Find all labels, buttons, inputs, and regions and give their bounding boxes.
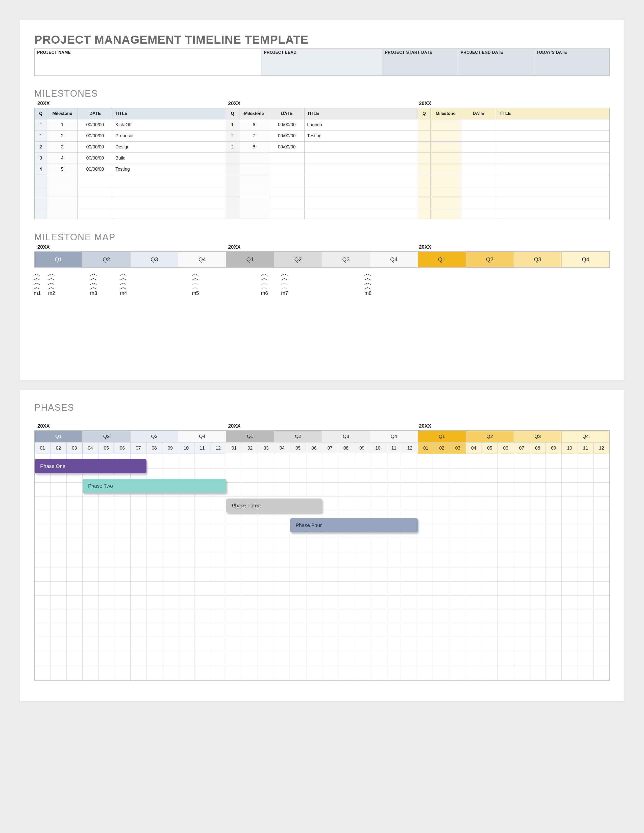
grid-cell[interactable] — [578, 624, 594, 638]
grid-cell[interactable] — [290, 454, 306, 468]
grid-cell[interactable] — [514, 582, 530, 595]
grid-cell[interactable] — [514, 468, 530, 482]
grid-cell[interactable] — [530, 553, 546, 567]
grid-cell[interactable] — [418, 596, 434, 609]
grid-cell[interactable] — [450, 511, 466, 525]
grid-cell[interactable] — [434, 596, 450, 609]
grid-cell[interactable] — [498, 553, 514, 567]
grid-cell[interactable] — [242, 553, 258, 567]
grid-cell[interactable] — [290, 596, 306, 609]
grid-cell[interactable] — [322, 553, 338, 567]
cell-q[interactable] — [35, 186, 47, 197]
grid-cell[interactable] — [546, 454, 562, 468]
cell-title[interactable] — [496, 186, 609, 197]
grid-cell[interactable] — [338, 624, 354, 638]
milestone-row[interactable] — [35, 208, 226, 219]
grid-cell[interactable] — [98, 539, 114, 553]
grid-cell[interactable] — [354, 638, 370, 652]
grid-cell[interactable] — [35, 511, 50, 525]
cell-date[interactable] — [77, 186, 113, 197]
grid-cell[interactable] — [114, 624, 130, 638]
grid-cell[interactable] — [35, 568, 50, 581]
input-today[interactable] — [534, 55, 609, 76]
grid-cell[interactable] — [82, 624, 98, 638]
grid-cell[interactable] — [530, 666, 546, 680]
grid-cell[interactable] — [386, 666, 402, 680]
cell-milestone[interactable]: 4 — [47, 153, 77, 164]
grid-cell[interactable] — [163, 582, 178, 595]
grid-cell[interactable] — [578, 454, 594, 468]
grid-cell[interactable] — [226, 482, 242, 497]
grid-cell[interactable] — [98, 553, 114, 567]
grid-cell[interactable] — [418, 511, 434, 525]
grid-cell[interactable] — [306, 624, 322, 638]
cell-date[interactable]: 00/00/00 — [77, 119, 113, 130]
cell-title[interactable] — [304, 142, 418, 153]
grid-cell[interactable] — [274, 638, 290, 652]
grid-cell[interactable] — [386, 482, 402, 497]
grid-cell[interactable] — [130, 568, 147, 581]
grid-cell[interactable] — [338, 454, 354, 468]
grid-cell[interactable] — [226, 525, 242, 539]
grid-cell[interactable] — [482, 610, 498, 624]
grid-cell[interactable] — [498, 624, 514, 638]
milestone-row[interactable]: 1100/00/00Kick-Off — [35, 119, 226, 130]
cell-title[interactable] — [113, 208, 226, 219]
grid-cell[interactable] — [562, 666, 578, 680]
grid-cell[interactable] — [498, 525, 514, 539]
grid-cell[interactable] — [130, 582, 147, 595]
grid-cell[interactable] — [466, 582, 482, 595]
cell-milestone[interactable] — [47, 175, 77, 186]
grid-cell[interactable] — [578, 610, 594, 624]
grid-cell[interactable] — [354, 610, 370, 624]
grid-cell[interactable] — [82, 638, 98, 652]
grid-cell[interactable] — [370, 497, 386, 511]
grid-cell[interactable] — [290, 652, 306, 666]
grid-cell[interactable] — [163, 666, 178, 680]
cell-date[interactable] — [269, 153, 304, 164]
grid-cell[interactable] — [274, 652, 290, 666]
grid-cell[interactable] — [258, 624, 274, 638]
cell-q[interactable] — [226, 197, 239, 208]
cell-milestone[interactable] — [239, 186, 269, 197]
cell-title[interactable] — [113, 175, 226, 186]
grid-cell[interactable] — [322, 666, 338, 680]
milestone-row[interactable] — [418, 164, 609, 175]
grid-cell[interactable] — [322, 539, 338, 553]
grid-cell[interactable] — [530, 525, 546, 539]
grid-cell[interactable] — [594, 652, 609, 666]
grid-cell[interactable] — [67, 596, 82, 609]
phase-bar[interactable]: Phase Two — [82, 479, 226, 493]
grid-cell[interactable] — [354, 596, 370, 609]
cell-date[interactable]: 00/00/00 — [77, 130, 113, 142]
grid-cell[interactable] — [195, 511, 210, 525]
cell-date[interactable] — [269, 197, 304, 208]
grid-cell[interactable] — [242, 624, 258, 638]
cell-q[interactable] — [226, 186, 239, 197]
grid-cell[interactable] — [546, 525, 562, 539]
cell-milestone[interactable] — [431, 164, 461, 175]
grid-cell[interactable] — [226, 582, 242, 595]
grid-cell[interactable] — [210, 666, 226, 680]
grid-cell[interactable] — [514, 454, 530, 468]
cell-milestone[interactable]: 7 — [239, 130, 269, 142]
grid-cell[interactable] — [594, 454, 609, 468]
cell-title[interactable] — [496, 175, 609, 186]
grid-cell[interactable] — [514, 666, 530, 680]
cell-date[interactable] — [77, 175, 113, 186]
milestone-row[interactable] — [226, 197, 418, 208]
grid-cell[interactable] — [354, 539, 370, 553]
grid-cell[interactable] — [67, 553, 82, 567]
cell-milestone[interactable] — [431, 186, 461, 197]
cell-date[interactable] — [269, 208, 304, 219]
grid-cell[interactable] — [338, 596, 354, 609]
grid-cell[interactable] — [306, 582, 322, 595]
cell-milestone[interactable] — [239, 164, 269, 175]
grid-cell[interactable] — [178, 652, 194, 666]
grid-cell[interactable] — [67, 652, 82, 666]
grid-cell[interactable] — [274, 482, 290, 497]
phase-bar[interactable]: Phase Three — [226, 499, 322, 513]
grid-cell[interactable] — [163, 454, 178, 468]
grid-cell[interactable] — [322, 610, 338, 624]
grid-cell[interactable] — [530, 652, 546, 666]
